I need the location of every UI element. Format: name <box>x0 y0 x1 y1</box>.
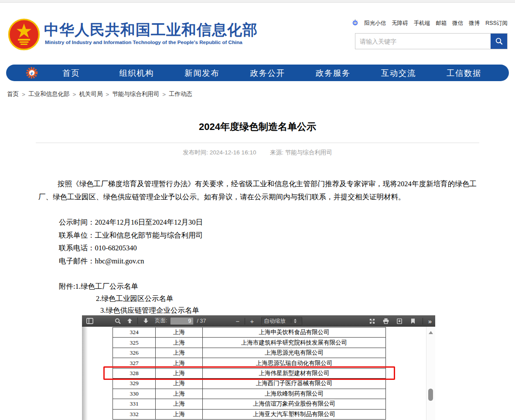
row-number: 325 <box>113 338 156 348</box>
breadcrumb-departments[interactable]: 机关司局 <box>79 90 102 98</box>
row-region: 上海 <box>156 399 203 409</box>
table-row: 330上海上海欣峰制药有限公司 <box>113 389 386 399</box>
page: 中华人民共和国工业和信息化部 Ministry of Industry and … <box>0 0 515 420</box>
sidebar-toggle-button[interactable] <box>85 317 95 325</box>
row-company: 上海思源光电有限公司 <box>203 348 386 358</box>
svg-text:e: e <box>31 70 33 76</box>
quick-link-weibo[interactable]: 微博 <box>469 20 480 27</box>
company-table: 324上海上海申美饮料食品有限公司325上海上海市建筑科学研究院科技发展有限公司… <box>113 327 386 420</box>
nav-item-interaction[interactable]: 互动交流 <box>366 68 431 79</box>
title-divider <box>36 143 479 143</box>
nav-item-news[interactable]: 新闻发布 <box>169 68 235 79</box>
row-company: 上海欣峰制药有限公司 <box>203 389 386 399</box>
search-button[interactable] <box>491 34 507 49</box>
zoom-in-button[interactable]: + <box>247 318 257 324</box>
info-line-contact-email: 电子邮件：hbc@miit.gov.cn <box>59 255 515 268</box>
nav-item-organization[interactable]: 组织机构 <box>104 68 169 79</box>
table-row: 327上海上海思源弘瑞自动化有限公司 <box>113 358 386 368</box>
nav-item-gov-open[interactable]: 政务公开 <box>235 68 300 79</box>
contact-info: 公示时间：2024年12月16日至2024年12月30日 联系单位：工业和信息化… <box>59 216 515 267</box>
attachments: 附件:1.绿色工厂公示名单 2.绿色工业园区公示名单 3.绿色供应链管理企业公示… <box>59 280 515 317</box>
nav-item-miit-data[interactable]: 工信数据 <box>431 68 497 79</box>
attachment-link-green-factory[interactable]: 1.绿色工厂公示名单 <box>75 282 138 290</box>
pdf-viewer: 页面: / 37 − + 自动缩放 <box>82 315 435 420</box>
next-page-button[interactable] <box>140 317 151 325</box>
source: 来源: 节能与综合利用司 <box>270 149 332 156</box>
scroll-thumb[interactable] <box>428 389 433 401</box>
zoom-select-value: 自动缩放 <box>264 318 286 325</box>
row-number: 332 <box>113 409 156 419</box>
row-number: 331 <box>113 399 156 409</box>
page-number-input[interactable] <box>170 317 194 325</box>
row-region: 上海 <box>156 328 203 338</box>
print-button[interactable] <box>381 317 391 325</box>
page-total: / 37 <box>197 318 206 324</box>
zoom-select[interactable]: 自动缩放 <box>261 317 302 325</box>
previous-page-button[interactable] <box>124 317 135 325</box>
row-region: 上海 <box>156 409 203 419</box>
download-button[interactable] <box>394 317 405 325</box>
row-company: 上海申美饮料食品有限公司 <box>203 328 386 338</box>
table-row: 331上海上海信谊万象药业股份有限公司 <box>113 399 386 409</box>
search-input[interactable] <box>355 34 491 49</box>
row-number: 330 <box>113 389 156 399</box>
row-company: 上海思源弘瑞自动化有限公司 <box>203 358 386 368</box>
pdf-table-body: 324上海上海申美饮料食品有限公司325上海上海市建筑科学研究院科技发展有限公司… <box>113 328 386 420</box>
pdf-content: 324上海上海申美饮料食品有限公司325上海上海市建筑科学研究院科技发展有限公司… <box>82 327 435 420</box>
quick-links-bar: 阳光小信 无障碍 手机端 邮箱 微信 微博 RSS订阅 <box>352 19 508 27</box>
nav-item-gov-services[interactable]: 政务服务 <box>300 68 366 79</box>
zoom-out-button[interactable]: − <box>233 318 242 324</box>
presentation-mode-button[interactable] <box>367 317 378 325</box>
quick-link-accessibility[interactable]: 无障碍 <box>392 20 408 27</box>
table-row: 329上海上海西门子医疗器械有限公司 <box>113 379 386 389</box>
pdf-page: 324上海上海申美饮料食品有限公司325上海上海市建筑科学研究院科技发展有限公司… <box>113 327 386 420</box>
bookmark-button[interactable] <box>408 317 418 325</box>
page-edge-shadow <box>82 327 88 420</box>
info-line-contact-phone: 联系电话：010-68205340 <box>59 242 515 255</box>
breadcrumb-energy-dept[interactable]: 节能与综合利用司 <box>112 90 159 98</box>
publish-time: 发布时间: 2024-12-16 16:10 <box>183 149 256 156</box>
find-button[interactable] <box>113 317 123 325</box>
search-icon <box>495 37 503 45</box>
row-company: 上海市建筑科学研究院科技发展有限公司 <box>203 338 386 348</box>
attachments-label: 附件: <box>59 282 75 290</box>
quick-link-wechat[interactable]: 微信 <box>452 20 463 27</box>
breadcrumb-work-trends[interactable]: 工作动态 <box>169 90 192 98</box>
quick-link-sunshine-service[interactable]: 阳光小信 <box>364 20 386 27</box>
nav-item-home[interactable]: 首页 <box>38 68 104 79</box>
quick-link-rss[interactable]: RSS订阅 <box>485 20 508 27</box>
zoom-controls: − + 自动缩放 <box>233 315 302 327</box>
row-region: 上海 <box>156 379 203 389</box>
find-icon <box>115 318 121 324</box>
gear-logo-icon: e <box>25 66 38 79</box>
more-tools-button[interactable]: » <box>427 318 433 325</box>
breadcrumb-separator: > <box>162 91 166 98</box>
quick-link-mail[interactable]: 邮箱 <box>436 20 447 27</box>
row-number: 327 <box>113 358 156 368</box>
article-body: 按照《绿色工厂梯度培育及管理暂行办法》有关要求，经省级工业和信息化主管部门推荐及… <box>38 178 477 204</box>
printer-icon <box>383 318 389 324</box>
table-row: 326上海上海思源光电有限公司 <box>113 348 386 358</box>
attachment-link-green-park[interactable]: 2.绿色工业园区公示名单 <box>96 294 173 303</box>
row-region: 上海 <box>156 368 203 378</box>
row-region: 上海 <box>156 338 203 348</box>
row-company: 上海信谊万象药业股份有限公司 <box>203 399 386 409</box>
article-meta: 发布时间: 2024-12-16 16:10 来源: 节能与综合利用司 <box>0 149 515 157</box>
search-box <box>355 33 508 49</box>
quick-link-mobile[interactable]: 手机端 <box>414 20 430 27</box>
breadcrumb-home[interactable]: 首页 <box>7 90 19 98</box>
row-region: 上海 <box>156 348 203 358</box>
row-number: 329 <box>113 379 156 389</box>
attachment-link-green-supply-chain[interactable]: 3.绿色供应链管理企业公示名单 <box>100 306 199 314</box>
toolbar-divider <box>423 318 423 324</box>
page-label: 页面: <box>155 317 167 324</box>
pdf-scrollbar[interactable] <box>426 327 435 420</box>
site-title-en: Ministry of Industry and Information Tec… <box>45 39 242 45</box>
scroll-up-arrow[interactable] <box>429 331 433 334</box>
sidebar-icon <box>86 318 93 324</box>
national-emblem-logo <box>8 18 40 51</box>
row-company: 上海伟星新型建材有限公司 <box>203 368 386 378</box>
toolbar-divider <box>245 318 245 324</box>
breadcrumb-miit[interactable]: 工业和信息化部 <box>28 90 70 98</box>
row-number: 324 <box>113 328 156 338</box>
